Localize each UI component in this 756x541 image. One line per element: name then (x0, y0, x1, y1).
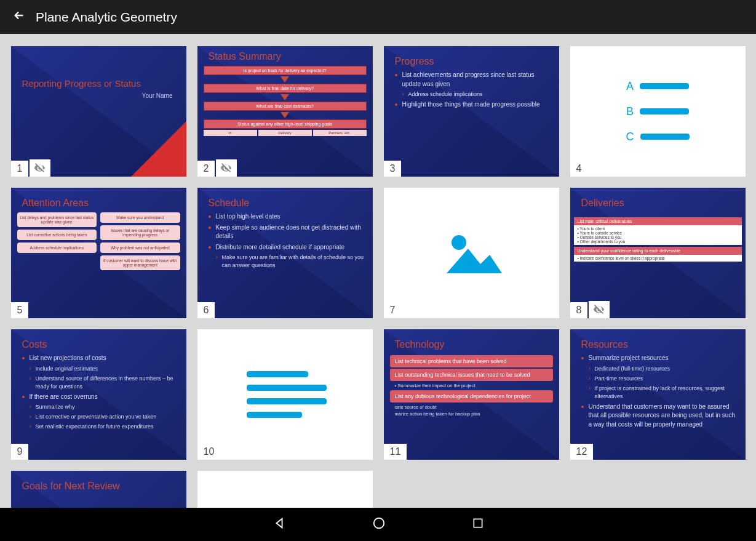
app-header: Plane Analytic Geometry (0, 0, 756, 34)
slide-number: 8 (570, 302, 588, 318)
android-navbar (0, 508, 756, 541)
slide-thumbnail[interactable]: 9CostsList new projections of costsInclu… (11, 329, 186, 460)
nav-home-icon[interactable] (372, 516, 386, 532)
nav-recent-icon[interactable] (472, 517, 484, 532)
hidden-slide-icon (30, 159, 50, 177)
hidden-slide-icon (589, 301, 610, 318)
slide-number: 11 (384, 444, 407, 460)
slide-thumbnail[interactable]: 5Attention AreasList delays and problems… (11, 188, 186, 318)
slides-scroll-area[interactable]: 1Reporting Progress or StatusYour Name2S… (0, 34, 756, 508)
slide-number: 4 (570, 161, 588, 177)
slide-thumbnail[interactable]: 14 (197, 471, 373, 508)
slide-thumbnail[interactable]: 1Reporting Progress or StatusYour Name (11, 46, 186, 177)
slide-thumbnail[interactable]: 10 (197, 329, 373, 460)
slide-number: 1 (11, 161, 29, 177)
slide-thumbnail[interactable]: 2Status SummaryIs project on track for d… (197, 46, 373, 177)
slide-number: 2 (197, 161, 215, 177)
slide-thumbnail[interactable]: 13Goals for Next Review (11, 471, 186, 508)
slide-number: 9 (11, 444, 29, 460)
slide-thumbnail[interactable]: 7 (384, 188, 559, 318)
slides-grid: 1Reporting Progress or StatusYour Name2S… (5, 46, 751, 508)
slide-number: 12 (570, 444, 594, 460)
slide-number: 5 (11, 302, 29, 318)
slide-thumbnail[interactable]: 11TechnologyList technical problems that… (384, 329, 559, 460)
nav-back-icon[interactable] (273, 516, 286, 532)
slide-number: 6 (197, 302, 215, 318)
slide-number: 10 (197, 444, 221, 460)
hidden-slide-icon (216, 159, 237, 177)
slide-thumbnail[interactable]: 8DeliveriesList main critical deliverabl… (570, 188, 746, 318)
svg-point-12 (373, 518, 384, 529)
slide-thumbnail[interactable]: 12ResourcesSummarize project resourcesDe… (570, 329, 746, 460)
slide-number: 3 (384, 161, 402, 177)
slide-number: 7 (384, 302, 402, 318)
slide-thumbnail[interactable]: 4ABC (570, 46, 746, 177)
slide-thumbnail[interactable]: 3ProgressList achievements and progress … (384, 46, 559, 177)
svg-rect-13 (474, 519, 482, 527)
back-arrow-icon[interactable] (7, 4, 36, 31)
svg-marker-6 (447, 249, 502, 273)
page-title: Plane Analytic Geometry (36, 10, 177, 25)
svg-point-5 (452, 235, 466, 250)
slide-thumbnail[interactable]: 6ScheduleList top high-level datesKeep s… (197, 188, 373, 318)
